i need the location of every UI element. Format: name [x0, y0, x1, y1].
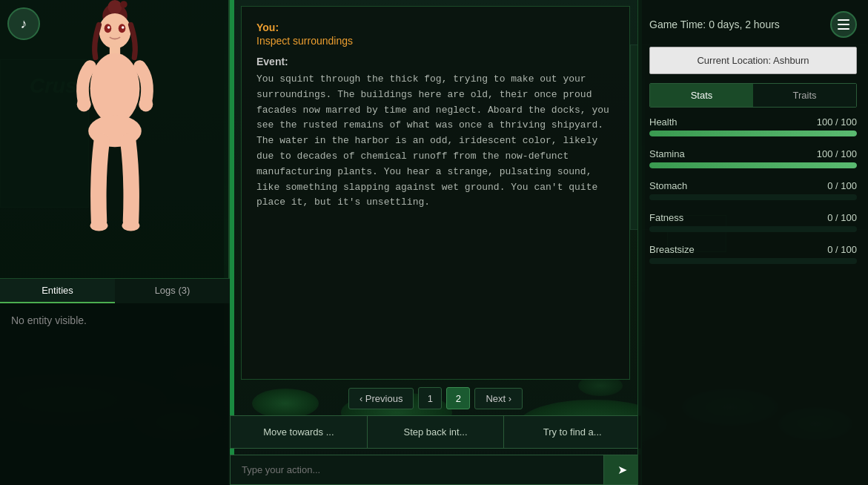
stat-stomach: Stomach 0 / 100	[649, 180, 857, 200]
health-bar-fill	[649, 131, 857, 136]
next-button[interactable]: Next ›	[474, 388, 523, 409]
right-panel: Game Time: 0 days, 2 hours Current Locat…	[637, 0, 868, 485]
breastsize-label: Breastsize	[649, 244, 695, 255]
character-area	[0, 0, 230, 274]
action-buttons: Move towards ... Step back int... Try to…	[230, 415, 641, 449]
story-text: You squint through the thick fog, trying…	[256, 72, 614, 211]
music-icon: ♪	[21, 16, 27, 32]
fatness-value: 0 / 100	[827, 212, 857, 223]
character-figure	[0, 0, 230, 274]
svg-point-10	[77, 97, 91, 111]
action-input[interactable]	[230, 455, 604, 485]
svg-point-11	[139, 97, 153, 111]
menu-line-2	[838, 24, 849, 25]
center-panel: You: Inspect surroundings Event: You squ…	[230, 0, 641, 485]
action-btn-2[interactable]: Step back int...	[368, 415, 505, 449]
tab-traits[interactable]: Traits	[753, 84, 856, 107]
health-label: Health	[649, 116, 677, 128]
stomach-label: Stomach	[649, 180, 687, 191]
breastsize-value: 0 / 100	[827, 244, 857, 255]
story-area: You: Inspect surroundings Event: You squ…	[241, 6, 630, 380]
fatness-label: Fatness	[649, 212, 683, 223]
svg-point-2	[120, 1, 127, 8]
entity-tabs: Entities Logs (3)	[0, 278, 230, 303]
svg-point-1	[107, 0, 122, 14]
text-input-row: ➤	[230, 455, 641, 485]
stomach-bar-bg	[649, 194, 857, 200]
health-bar-bg	[649, 131, 857, 136]
menu-line-3	[838, 28, 849, 30]
fatness-bar-bg	[649, 226, 857, 232]
stamina-label: Stamina	[649, 148, 685, 159]
breastsize-bar-bg	[649, 258, 857, 264]
send-button[interactable]: ➤	[604, 455, 641, 485]
left-panel: ♪	[0, 0, 230, 485]
stat-tabs: Stats Traits	[649, 83, 857, 108]
stamina-value: 100 / 100	[817, 148, 857, 159]
svg-point-6	[107, 26, 110, 29]
entity-content: No entity visible.	[0, 303, 230, 485]
svg-point-14	[122, 220, 140, 231]
music-button[interactable]: ♪	[7, 7, 40, 40]
stat-fatness: Fatness 0 / 100	[649, 212, 857, 232]
game-header: Game Time: 0 days, 2 hours	[649, 11, 857, 38]
pagination: ‹ Previous 1 2 Next ›	[230, 380, 641, 415]
event-label: Event:	[256, 56, 614, 67]
stat-health: Health 100 / 100	[649, 116, 857, 136]
action-btn-3[interactable]: Try to find a...	[504, 415, 641, 449]
page-1-button[interactable]: 1	[418, 387, 442, 409]
stomach-value: 0 / 100	[827, 180, 857, 191]
svg-point-3	[99, 13, 131, 49]
tab-stats[interactable]: Stats	[650, 84, 753, 107]
no-entity-text: No entity visible.	[11, 314, 87, 326]
tab-entities[interactable]: Entities	[0, 279, 115, 303]
svg-point-7	[122, 26, 125, 29]
page-2-button[interactable]: 2	[446, 387, 470, 409]
prev-button[interactable]: ‹ Previous	[348, 388, 414, 409]
action-btn-1[interactable]: Move towards ...	[230, 415, 368, 449]
menu-line-1	[838, 19, 849, 21]
stat-stamina: Stamina 100 / 100	[649, 148, 857, 168]
location-button[interactable]: Current Location: Ashburn	[649, 47, 857, 74]
story-action: Inspect surroundings	[256, 35, 614, 47]
stat-breastsize: Breastsize 0 / 100	[649, 244, 857, 264]
tab-logs[interactable]: Logs (3)	[115, 279, 230, 303]
menu-button[interactable]	[830, 11, 857, 38]
health-value: 100 / 100	[817, 116, 857, 128]
stamina-bar-fill	[649, 162, 857, 168]
svg-point-9	[90, 53, 140, 124]
stamina-bar-bg	[649, 162, 857, 168]
game-time: Game Time: 0 days, 2 hours	[649, 19, 780, 30]
you-label: You:	[256, 22, 614, 33]
svg-point-13	[90, 220, 108, 231]
